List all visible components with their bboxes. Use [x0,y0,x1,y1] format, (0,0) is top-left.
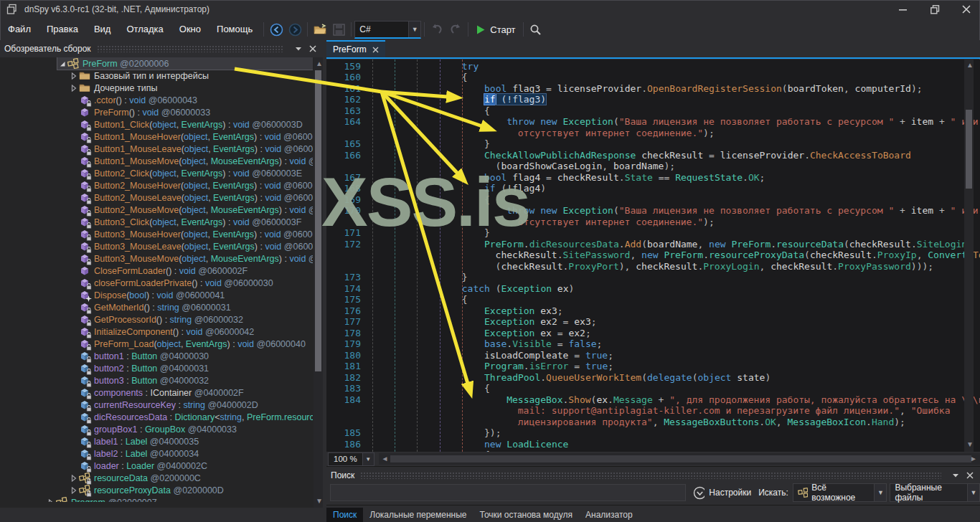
menu-Помощь[interactable]: Помощь [209,19,260,40]
minimize-button[interactable] [895,3,911,16]
code-editor[interactable]: 159try160{161bool flag3 = licenseProvide… [326,60,980,452]
close-icon[interactable] [964,470,976,481]
tree-item[interactable]: resourceProxyData @0200000D [0,484,313,496]
scroll-up-icon[interactable]: ▲ [966,62,974,69]
expander-closed-icon[interactable] [69,473,79,483]
close-icon[interactable] [307,43,319,54]
tree-item[interactable]: Button2_Click(object, EventArgs) : void … [0,167,313,179]
tree-item[interactable]: components : IContainer @0400002F [0,386,313,399]
tab-preform[interactable]: PreForm [326,40,385,57]
menu-Файл[interactable]: Файл [0,19,39,40]
tree-item[interactable]: button1 : Button @04000030 [0,350,313,362]
start-debug-button[interactable]: Старт [471,20,519,39]
tree-item[interactable]: GetMotherId() : string @06000031 [0,301,313,313]
settings-label[interactable]: Настройки [709,488,751,498]
tree-item[interactable]: currentResourceKey : string @0400002D [0,399,313,411]
redo-button[interactable] [446,20,465,39]
search-files-combobox[interactable]: Выбранные файлы ▼ [890,483,980,502]
tree-item[interactable]: Дочерние типы [0,82,313,94]
expander-closed-icon[interactable] [69,71,79,81]
tree-item[interactable]: InitializeComponent() : void @06000042 [0,326,313,338]
menu-Вид[interactable]: Вид [86,19,119,40]
bottom-tab-2[interactable]: Точки останова модуля [473,508,580,522]
tree-item[interactable]: Button3_MouseHover(object, EventArgs) : … [0,228,313,240]
open-file-button[interactable] [311,20,329,39]
scroll-left-icon[interactable]: ◄ [382,455,389,462]
restore-button[interactable] [927,3,943,16]
search-icon[interactable] [527,20,545,39]
tree-item[interactable]: Button2_MouseLeave(object, EventArgs) : … [0,191,313,204]
close-button[interactable] [958,3,974,16]
tree-item[interactable]: Button1_MouseMove(object, MouseEventArgs… [0,155,313,167]
field-lock-icon [79,399,91,411]
save-button[interactable] [329,20,348,39]
tree-item[interactable]: .cctor() : void @06000043 [0,94,313,106]
tree-item[interactable]: groupBox1 : GroupBox @04000033 [0,423,313,435]
method-lock-icon [79,192,91,204]
bottom-tab-1[interactable]: Локальные переменные [363,508,473,522]
chevron-down-icon: ▼ [408,22,420,37]
code-line: 176Exception ex3; [326,305,980,317]
expander-open-icon[interactable] [57,59,67,69]
settings-chevron-icon[interactable] [693,487,705,498]
tree-item[interactable]: PreForm() : void @06000033 [0,106,313,118]
scroll-up-icon[interactable]: ▲ [316,60,323,67]
tree-item[interactable]: Button3_MouseMove(object, MouseEventArgs… [0,252,313,265]
tree-item[interactable]: Button2_MouseHover(object, EventArgs) : … [0,179,313,191]
search-scope-combobox[interactable]: Всё возможное ▼ [793,483,887,502]
line-number: 175 [326,294,368,305]
navigate-back-button[interactable] [267,20,286,39]
zoom-combobox[interactable]: 100 % ▼ [328,452,374,466]
line-number: 160 [326,72,368,83]
code-line: 159try [326,61,980,72]
chevron-down-icon[interactable] [950,470,961,481]
menu-Правка[interactable]: Правка [39,19,86,40]
undo-button[interactable] [428,20,446,39]
tree-item[interactable]: PreForm @02000006 [0,57,313,70]
editor-vertical-scrollbar[interactable]: ▲ ▼ [964,60,974,452]
tree-item[interactable]: Button2_MouseMove(object, MouseEventArgs… [0,204,313,216]
tree-item[interactable]: Button1_MouseHover(object, EventArgs) : … [0,130,313,143]
class-lock-icon [79,473,91,484]
tree-item[interactable]: loader : Loader @0400002C [0,460,313,472]
scroll-down-icon[interactable]: ▼ [966,441,974,448]
tree-item[interactable]: Program @02000007 [0,496,313,502]
expander-closed-icon[interactable] [69,83,79,93]
editor-horizontal-scrollbar[interactable]: ◄ ► [379,453,980,465]
tree-item[interactable]: dicResourcesData : Dictionary<string, Pr… [0,411,313,423]
tree-item[interactable]: Button3_Click(object, EventArgs) : void … [0,216,313,228]
tree-item[interactable]: label2 : Label @04000034 [0,447,313,460]
tree-item[interactable]: closeFormLoaderPrivate() : void @0600003… [0,277,313,289]
tree-item[interactable]: Button3_MouseLeave(object, EventArgs) : … [0,240,313,252]
tree-item[interactable]: Button1_MouseLeave(object, EventArgs) : … [0,143,313,155]
expander-closed-icon[interactable] [46,498,56,503]
method-lock-icon [79,119,91,130]
tree-item[interactable]: button3 : Button @04000032 [0,374,313,386]
bottom-tab-0[interactable]: Поиск [326,508,363,522]
chevron-down-icon[interactable] [293,43,304,54]
search-input[interactable] [330,484,686,501]
navigate-forward-button[interactable] [286,20,304,39]
tree-item[interactable]: GetProcessorId() : string @06000032 [0,313,313,326]
tree-item[interactable]: Dispose(bool) : void @06000041 [0,289,313,301]
language-combobox[interactable]: C# ▼ [354,21,421,39]
expander-closed-icon[interactable] [69,485,79,495]
menu-Отладка[interactable]: Отладка [118,19,171,40]
tree-vertical-scrollbar[interactable]: ▲ ▼ [314,57,323,508]
tree-item[interactable]: Базовый тип и интерфейсы [0,70,313,82]
tree-item[interactable]: label1 : Label @04000035 [0,435,313,447]
tree-item[interactable]: resourceData @0200000C [0,472,313,484]
tree-item[interactable]: Button1_Click(object, EventArgs) : void … [0,118,313,130]
scroll-down-icon[interactable]: ▼ [316,498,323,505]
tree-item[interactable]: CloseFormLoader() : void @0600002F [0,265,313,277]
tree-item[interactable]: button2 : Button @04000031 [0,362,313,374]
line-number: 170 [326,205,368,217]
line-number: 167 [326,172,368,184]
menu-Окно[interactable]: Окно [171,19,209,40]
tree-item[interactable]: PreForm_Load(object, EventArgs) : void @… [0,338,313,350]
bottom-tab-3[interactable]: Анализатор [579,508,639,522]
tab-close-icon[interactable] [372,47,379,53]
scroll-right-icon[interactable]: ► [970,455,977,462]
search-controls: Настройки Искать: Всё возможное ▼ Выбран… [326,482,980,503]
document-tabstrip: PreForm [326,40,980,59]
